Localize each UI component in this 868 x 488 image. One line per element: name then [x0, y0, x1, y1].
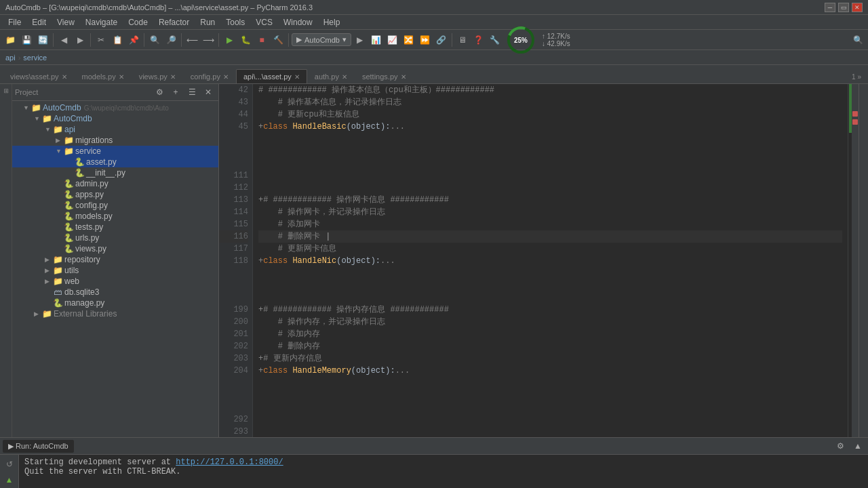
tree-manage[interactable]: 🐍 manage.py: [12, 298, 218, 308]
window-controls: ─ ▭ ✕: [825, 3, 863, 12]
project-selector[interactable]: ▶ AutoCmdb ▾: [292, 33, 351, 46]
forward-button[interactable]: ▶: [73, 33, 87, 47]
coverage-button[interactable]: 📊: [369, 33, 384, 47]
menu-view[interactable]: View: [52, 16, 80, 28]
close-button[interactable]: ✕: [852, 3, 863, 12]
tree-external-libs[interactable]: ▶ 📁 External Libraries: [12, 308, 218, 319]
breadcrumb-api[interactable]: api: [5, 54, 16, 62]
menu-tools[interactable]: Tools: [220, 16, 250, 28]
concurrency-button[interactable]: 🔀: [401, 33, 416, 47]
tree-config[interactable]: 🐍 config.py: [12, 200, 218, 211]
tree-tests[interactable]: 🐍 tests.py: [12, 222, 218, 232]
sidebar-close-button[interactable]: ✕: [201, 85, 216, 100]
paste-button[interactable]: 📌: [126, 33, 141, 47]
tab-config[interactable]: config.py ✕: [183, 69, 236, 83]
find-button[interactable]: 🔍: [147, 33, 162, 47]
code-editor[interactable]: 42 43 44 45 111 112 113 114 115 116 117 …: [219, 84, 859, 437]
code-content[interactable]: # ############ 操作基本信息（cpu和主板）###########…: [253, 84, 848, 437]
sidebar-collapse-button[interactable]: ☰: [184, 85, 199, 100]
run-content-area: ↺ ▲ ⚙ ▼ Starting development server at h…: [0, 455, 868, 488]
toolbar-separator-4: [181, 33, 182, 47]
tree-asset[interactable]: 🐍 asset.py: [12, 157, 218, 167]
debug-button[interactable]: 🐛: [238, 33, 253, 47]
menu-help[interactable]: Help: [318, 16, 346, 28]
run-up-button[interactable]: ▲: [2, 473, 17, 486]
tab-api-asset[interactable]: api\...\asset.py ✕: [236, 69, 307, 83]
server-url-link[interactable]: http://127.0.0.1:8000/: [176, 458, 283, 467]
tree-utils[interactable]: ▶ 📁 utils: [12, 265, 218, 276]
sidebar-toolbar: Project ⚙ + ☰ ✕: [12, 84, 218, 101]
run-tab[interactable]: ▶ Run: AutoCmdb: [3, 440, 74, 453]
global-search-button[interactable]: 🔍: [850, 33, 865, 47]
tab-overflow-count[interactable]: 1 »: [848, 70, 865, 83]
copy-button[interactable]: 📋: [110, 33, 125, 47]
tree-db[interactable]: 🗃 db.sqlite3: [12, 287, 218, 298]
build-button[interactable]: 🔨: [271, 33, 285, 47]
tree-root[interactable]: ▼ 📁 AutoCmdb G:\wupeiqi\cmdb\cmdb\Auto: [12, 102, 218, 113]
tree-service[interactable]: ▼ 📁 service: [12, 146, 218, 157]
run-sidebar: ↺ ▲ ⚙ ▼: [0, 455, 19, 488]
open-project-button[interactable]: 📁: [3, 33, 18, 47]
run-tab-label: Run: AutoCmdb: [16, 442, 68, 450]
breadcrumb-service[interactable]: service: [23, 54, 47, 62]
menu-code[interactable]: Code: [123, 16, 153, 28]
cut-button[interactable]: ✂: [94, 33, 108, 47]
run-config-button[interactable]: ▶: [353, 33, 368, 47]
tree-views[interactable]: 🐍 views.py: [12, 243, 218, 254]
help-button[interactable]: ❓: [471, 33, 486, 47]
tab-views-asset[interactable]: views\asset.py ✕: [3, 69, 75, 83]
tree-api[interactable]: ▼ 📁 api: [12, 124, 218, 135]
tab-settings-close[interactable]: ✕: [401, 73, 406, 81]
menu-window[interactable]: Window: [278, 16, 318, 28]
restore-button[interactable]: ▭: [838, 3, 849, 12]
save-all-button[interactable]: 💾: [19, 33, 34, 47]
minimize-button[interactable]: ─: [825, 3, 835, 12]
tree-init-label: __init__.py: [86, 168, 125, 178]
tree-urls[interactable]: 🐍 urls.py: [12, 232, 218, 243]
menu-file[interactable]: File: [3, 16, 26, 28]
stop-button[interactable]: ■: [254, 33, 269, 47]
tree-web[interactable]: ▶ 📁 web: [12, 276, 218, 287]
tree-autocmdb[interactable]: ▼ 📁 AutoCmdb: [12, 113, 218, 124]
tab-views[interactable]: views.py ✕: [132, 69, 183, 83]
sidebar-add-button[interactable]: +: [168, 85, 183, 100]
tab-views-close[interactable]: ✕: [170, 73, 176, 81]
run-button[interactable]: ▶: [222, 33, 237, 47]
tab-auth[interactable]: auth.py ✕: [307, 69, 355, 83]
replace-button[interactable]: 🔎: [163, 33, 178, 47]
tab-api-asset-close[interactable]: ✕: [294, 73, 300, 81]
plugins-button[interactable]: 🔧: [488, 33, 502, 47]
panel-settings-button[interactable]: ⚙: [833, 439, 848, 453]
tree-migrations[interactable]: ▶ 📁 migrations: [12, 135, 218, 146]
tree-apps[interactable]: 🐍 apps.py: [12, 189, 218, 200]
terminal-button[interactable]: 🖥: [455, 33, 470, 47]
sidebar-settings-button[interactable]: ⚙: [152, 85, 167, 100]
tab-settings[interactable]: settings.py ✕: [355, 69, 414, 83]
structure-gutter-label[interactable]: ⊞: [1, 85, 11, 96]
menu-refactor[interactable]: Refactor: [153, 16, 195, 28]
network-stats: ↑ 12.7K/s ↓ 42.9K/s: [542, 33, 570, 47]
run-all-button[interactable]: ⏩: [418, 33, 433, 47]
menu-edit[interactable]: Edit: [26, 16, 52, 28]
run-restart-button[interactable]: ↺: [2, 458, 17, 470]
back-button[interactable]: ◀: [56, 33, 71, 47]
tree-admin[interactable]: 🐍 admin.py: [12, 178, 218, 189]
tab-models[interactable]: models.py ✕: [75, 69, 132, 83]
panel-minimize-button[interactable]: ▲: [850, 439, 865, 453]
menu-vcs[interactable]: VCS: [250, 16, 278, 28]
menu-run[interactable]: Run: [195, 16, 220, 28]
tab-models-close[interactable]: ✕: [119, 73, 124, 81]
prev-location-button[interactable]: ⟵: [184, 33, 199, 47]
tab-views-asset-close[interactable]: ✕: [62, 73, 67, 81]
tree-repository[interactable]: ▶ 📁 repository: [12, 254, 218, 265]
attach-button[interactable]: 🔗: [434, 33, 449, 47]
profile-button[interactable]: 📈: [385, 33, 400, 47]
tree-init[interactable]: 🐍 __init__.py: [12, 167, 218, 178]
menu-navigate[interactable]: Navigate: [80, 16, 123, 28]
tab-config-close[interactable]: ✕: [223, 73, 229, 81]
python-icon-tests: 🐍: [64, 222, 73, 232]
synchronize-button[interactable]: 🔄: [35, 33, 50, 47]
tree-models[interactable]: 🐍 models.py: [12, 211, 218, 222]
tab-auth-close[interactable]: ✕: [342, 73, 347, 81]
next-location-button[interactable]: ⟶: [201, 33, 216, 47]
